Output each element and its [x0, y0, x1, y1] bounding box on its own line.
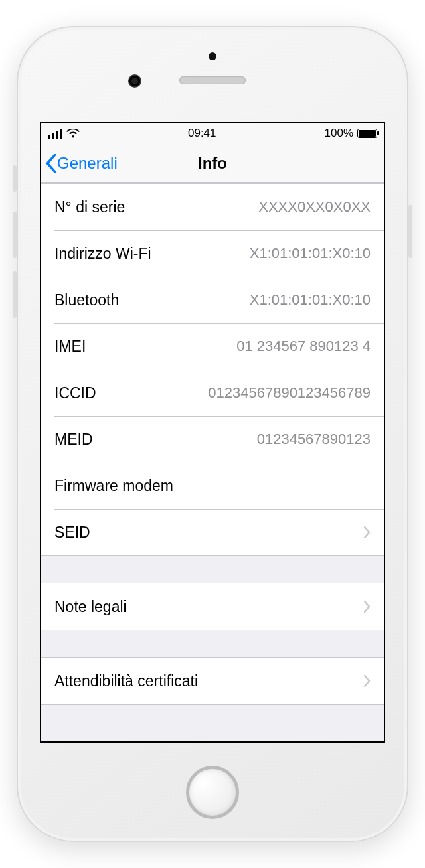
- screen: 09:41 100% Generali Info N° di serie XXX…: [40, 122, 385, 743]
- row-legal-notes[interactable]: Note legali: [41, 583, 384, 630]
- label-iccid: ICCID: [54, 384, 96, 402]
- proximity-sensor: [209, 52, 216, 60]
- battery-icon: [357, 129, 377, 138]
- label-seid: SEID: [54, 524, 90, 542]
- cert-group: Attendibilità certificati: [41, 657, 384, 705]
- row-bluetooth: Bluetooth X1:01:01:01:X0:10: [41, 277, 384, 323]
- value-serial: XXXX0XX0X0XX: [258, 198, 371, 216]
- row-serial-number: N° di serie XXXX0XX0X0XX: [41, 184, 384, 230]
- label-cert: Attendibilità certificati: [54, 672, 198, 690]
- value-bluetooth: X1:01:01:01:X0:10: [250, 291, 371, 309]
- content-area: N° di serie XXXX0XX0X0XX Indirizzo Wi-Fi…: [41, 183, 384, 741]
- back-label: Generali: [57, 154, 118, 173]
- group-spacer: [41, 556, 384, 583]
- row-iccid: ICCID 01234567890123456789: [41, 370, 384, 416]
- row-certificate-trust[interactable]: Attendibilità certificati: [41, 658, 384, 704]
- label-bluetooth: Bluetooth: [54, 291, 119, 309]
- value-iccid: 01234567890123456789: [208, 384, 371, 401]
- device-top-hardware: [17, 26, 408, 122]
- label-meid: MEID: [54, 431, 93, 449]
- battery-percentage: 100%: [325, 127, 353, 140]
- navigation-bar: Generali Info: [41, 143, 384, 183]
- row-seid[interactable]: SEID: [41, 509, 384, 555]
- status-bar: 09:41 100%: [41, 123, 384, 143]
- status-time: 09:41: [188, 127, 216, 140]
- group-spacer: [41, 705, 384, 731]
- info-group: N° di serie XXXX0XX0X0XX Indirizzo Wi-Fi…: [41, 183, 384, 556]
- row-wifi-address: Indirizzo Wi-Fi X1:01:01:01:X0:10: [41, 230, 384, 277]
- label-imei: IMEI: [54, 338, 86, 356]
- volume-down-button: [13, 271, 17, 318]
- power-button: [408, 205, 412, 258]
- chevron-right-icon: [364, 675, 371, 687]
- mute-switch: [13, 165, 17, 192]
- row-meid: MEID 01234567890123: [41, 416, 384, 463]
- row-imei: IMEI 01 234567 890123 4: [41, 323, 384, 370]
- cellular-signal-icon: [48, 129, 62, 139]
- value-wifi: X1:01:01:01:X0:10: [250, 245, 371, 262]
- legal-group: Note legali: [41, 583, 384, 630]
- label-legal: Note legali: [54, 598, 127, 616]
- label-wifi: Indirizzo Wi-Fi: [54, 245, 151, 263]
- earpiece-speaker: [179, 76, 246, 84]
- label-serial: N° di serie: [54, 198, 125, 216]
- home-button[interactable]: [186, 766, 239, 819]
- iphone-device-frame: 09:41 100% Generali Info N° di serie XXX…: [17, 26, 408, 842]
- value-meid: 01234567890123: [257, 431, 371, 448]
- group-spacer: [41, 630, 384, 657]
- device-bottom-hardware: [186, 743, 239, 842]
- chevron-right-icon: [364, 526, 371, 538]
- chevron-right-icon: [364, 601, 371, 613]
- row-modem-firmware: Firmware modem: [41, 463, 384, 509]
- chevron-left-icon: [45, 154, 57, 173]
- label-firmware: Firmware modem: [54, 477, 173, 495]
- wifi-icon: [66, 129, 80, 138]
- volume-up-button: [13, 212, 17, 258]
- back-button[interactable]: Generali: [41, 154, 118, 173]
- front-camera: [129, 76, 140, 86]
- value-imei: 01 234567 890123 4: [236, 338, 371, 355]
